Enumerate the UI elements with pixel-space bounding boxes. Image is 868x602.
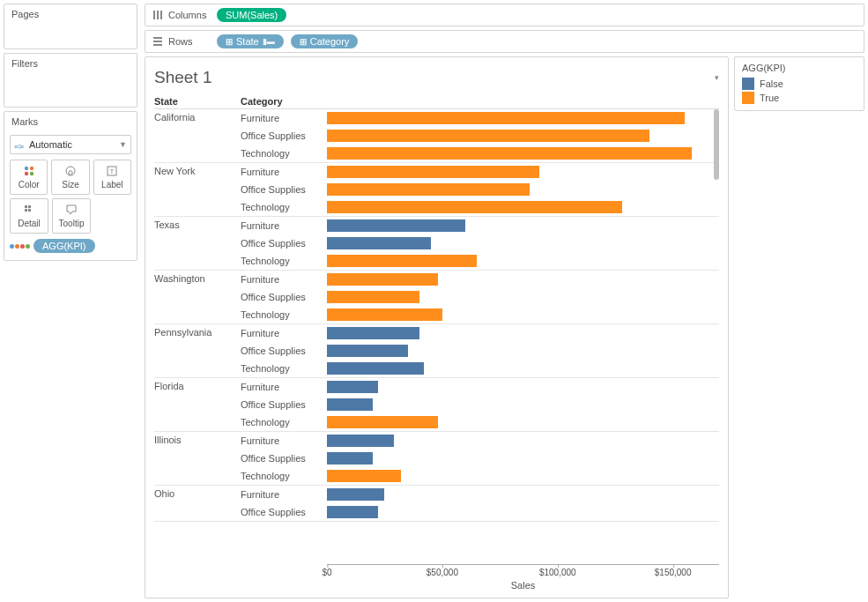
category-label[interactable]: Office Supplies [241, 453, 327, 464]
bar[interactable] [327, 255, 477, 267]
expand-icon: ⊞ [300, 37, 307, 47]
category-label[interactable]: Technology [241, 471, 327, 481]
bar[interactable] [327, 237, 431, 249]
label-icon: T [106, 165, 118, 177]
category-label[interactable]: Office Supplies [241, 399, 327, 410]
state-group: WashingtonFurnitureOffice SuppliesTechno… [154, 271, 719, 324]
marks-type-select[interactable]: ₒ₀ₒ Automatic ▼ [10, 135, 131, 154]
columns-shelf[interactable]: Columns SUM(Sales) [145, 4, 864, 26]
bar[interactable] [327, 327, 419, 339]
label-label: Label [101, 180, 122, 190]
chevron-down-icon: ▼ [119, 140, 127, 149]
tooltip-button[interactable]: Tooltip [52, 198, 91, 234]
category-label[interactable]: Technology [241, 309, 327, 320]
category-label[interactable]: Technology [241, 417, 327, 427]
bar[interactable] [327, 219, 465, 232]
bar[interactable] [327, 416, 438, 428]
state-label[interactable]: California [154, 109, 241, 162]
bar[interactable] [327, 452, 373, 465]
category-label[interactable]: Office Supplies [241, 292, 327, 302]
category-label[interactable]: Technology [241, 202, 327, 212]
columns-pill-sum-sales[interactable]: SUM(Sales) [217, 8, 286, 22]
rows-pill-category[interactable]: ⊞ Category [291, 34, 359, 48]
category-row: Furniture [241, 324, 719, 342]
category-row: Furniture [241, 163, 719, 181]
category-row: Office Supplies [241, 181, 719, 198]
pages-shelf[interactable]: Pages [4, 4, 137, 49]
bar[interactable] [327, 362, 424, 375]
category-label[interactable]: Furniture [241, 435, 327, 446]
state-label[interactable]: Ohio [154, 486, 241, 521]
bar[interactable] [327, 488, 384, 501]
category-row: Furniture [241, 217, 719, 234]
bar[interactable] [327, 345, 408, 357]
state-label[interactable]: Illinois [154, 432, 241, 485]
legend-panel[interactable]: AGG(KPI) False True [734, 56, 864, 111]
chevron-down-icon[interactable]: ▾ [715, 73, 719, 82]
color-encoding-pill[interactable]: AGG(KPI) [33, 239, 95, 253]
state-label[interactable]: Washington [154, 271, 241, 323]
category-label[interactable]: Technology [241, 363, 327, 374]
label-button[interactable]: T Label [93, 160, 131, 195]
category-label[interactable]: Technology [241, 256, 327, 266]
category-row: Furniture [241, 486, 719, 503]
rows-label: Rows [152, 36, 210, 47]
bar[interactable] [327, 381, 378, 393]
filters-shelf[interactable]: Filters [4, 53, 137, 108]
category-label[interactable]: Office Supplies [241, 507, 327, 517]
category-label[interactable]: Furniture [241, 167, 327, 177]
bar[interactable] [327, 201, 622, 213]
legend-item-true[interactable]: True [742, 91, 857, 105]
pill-label: SUM(Sales) [226, 10, 278, 20]
x-tick: $0 [322, 565, 331, 577]
state-group: FloridaFurnitureOffice SuppliesTechnolog… [154, 378, 719, 432]
legend-item-false[interactable]: False [742, 77, 857, 91]
category-label[interactable]: Furniture [241, 382, 327, 392]
category-label[interactable]: Furniture [241, 220, 327, 231]
bar[interactable] [327, 308, 442, 321]
bar[interactable] [327, 273, 438, 286]
x-tick: $100,000 [539, 565, 576, 577]
category-label[interactable]: Furniture [241, 489, 327, 500]
state-group: OhioFurnitureOffice Supplies [154, 486, 719, 522]
bar[interactable] [327, 470, 401, 482]
category-label[interactable]: Technology [241, 148, 327, 159]
category-label[interactable]: Furniture [241, 113, 327, 123]
svg-rect-14 [160, 11, 162, 19]
x-tick: $50,000 [427, 565, 458, 577]
tooltip-icon [65, 204, 78, 216]
state-group: CaliforniaFurnitureOffice SuppliesTechno… [154, 109, 719, 163]
state-label[interactable]: New York [154, 163, 241, 216]
bar[interactable] [327, 291, 419, 303]
category-label[interactable]: Office Supplies [241, 238, 327, 249]
category-label[interactable]: Office Supplies [241, 184, 327, 195]
detail-button[interactable]: Detail [10, 198, 48, 234]
category-label[interactable]: Furniture [241, 328, 327, 338]
sheet-title[interactable]: Sheet 1 ▾ [154, 64, 719, 93]
bar[interactable] [327, 130, 649, 142]
state-label[interactable]: Pennsylvania [154, 324, 241, 377]
category-label[interactable]: Office Supplies [241, 346, 327, 356]
bar[interactable] [327, 435, 394, 447]
chart-area[interactable]: CaliforniaFurnitureOffice SuppliesTechno… [154, 108, 719, 564]
rows-shelf[interactable]: Rows ⊞ State ▮▬ ⊞ Category [145, 30, 864, 53]
bar[interactable] [327, 112, 685, 124]
category-row: Office Supplies [241, 503, 719, 521]
bar[interactable] [327, 183, 530, 196]
category-label[interactable]: Office Supplies [241, 130, 327, 141]
rows-pill-state[interactable]: ⊞ State ▮▬ [217, 34, 284, 48]
size-button[interactable]: Size [51, 160, 89, 195]
category-label[interactable]: Furniture [241, 274, 327, 285]
svg-point-2 [24, 172, 27, 175]
state-label[interactable]: Florida [154, 378, 241, 431]
bar[interactable] [327, 506, 378, 518]
marks-type-label: Automatic [29, 139, 72, 150]
svg-point-5 [69, 171, 72, 175]
bar-chart-icon: ₒ₀ₒ [14, 139, 24, 151]
bar[interactable] [327, 398, 373, 411]
svg-rect-15 [153, 37, 162, 39]
state-label[interactable]: Texas [154, 217, 241, 270]
bar[interactable] [327, 166, 539, 178]
color-button[interactable]: Color [10, 160, 48, 195]
bar[interactable] [327, 147, 692, 160]
